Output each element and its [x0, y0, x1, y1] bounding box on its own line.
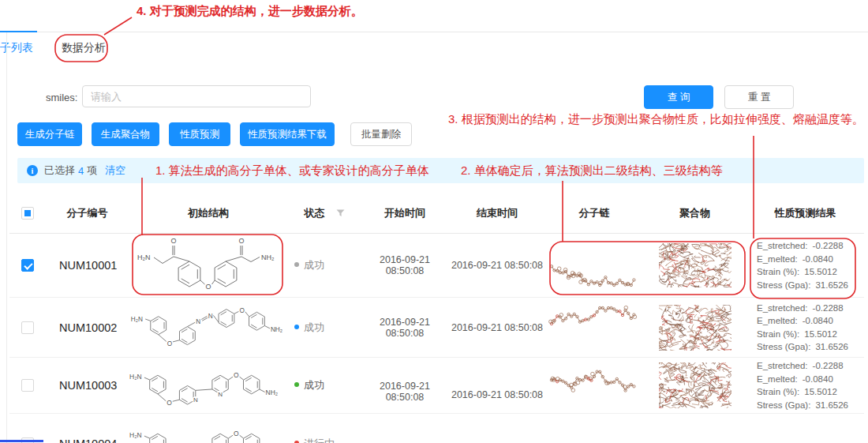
status-dot [294, 441, 299, 443]
smiles-label: smiles: [46, 92, 77, 103]
col-start-time: 开始时间 [361, 206, 449, 220]
row-checkbox[interactable] [21, 259, 34, 272]
molecule-id: NUM10002 [46, 321, 129, 334]
start-time: 2016-09-21 08:50:08 [361, 254, 449, 276]
info-icon: i [27, 165, 38, 176]
annotation-step1: 1. 算法生成的高分子单体、或专家设计的高分子单体 [155, 163, 429, 178]
property-results: E_stretched:-0.2288 E_melted:-0.0840 Str… [746, 239, 864, 291]
svg-text:N: N [196, 317, 200, 325]
end-time: 2016-09-21 08:50:08 [449, 260, 545, 271]
status-text: 成功 [304, 321, 324, 335]
tab-molecule-list[interactable]: 分子列表 [0, 41, 33, 55]
status-dot [294, 325, 299, 329]
filter-icon[interactable] [336, 209, 345, 217]
svg-text:N: N [193, 396, 198, 404]
table-row: NUM10004 H₂NONNONH₂ 进行中 [9, 414, 864, 443]
query-button[interactable]: 查 询 [644, 85, 713, 109]
row-checkbox[interactable] [21, 379, 34, 392]
status-dot [294, 382, 299, 387]
molecule-chain-image [545, 241, 643, 290]
molecule-id: NUM10004 [46, 437, 129, 443]
col-property-results: 性质预测结果 [746, 206, 864, 220]
col-end-time: 结束时间 [449, 206, 545, 220]
col-molecule-chain: 分子链 [545, 206, 643, 220]
batch-delete-button[interactable]: 批量删除 [350, 122, 412, 146]
col-polymer: 聚合物 [643, 206, 746, 220]
reset-button[interactable]: 重 置 [724, 85, 794, 109]
generate-chain-button[interactable]: 生成分子链 [17, 122, 82, 146]
generate-polymer-button[interactable]: 生成聚合物 [92, 122, 159, 146]
table-row: NUM10002 H₂NONNONH₂ 成功 2016-09-21 08:50:… [9, 298, 864, 358]
table-header: 分子编号 初始结构 状态 开始时间 结束时间 分子链 聚合物 性质预测结果 [9, 193, 864, 234]
tab-data-analysis[interactable]: 数据分析 [62, 41, 106, 55]
svg-text:H₂N: H₂N [129, 373, 142, 381]
polymer-image [643, 243, 746, 287]
svg-text:NH₂: NH₂ [261, 253, 275, 261]
status-dot [294, 262, 299, 267]
status-text: 成功 [304, 258, 324, 272]
property-results: E_stretched:-0.2288 E_melted:-0.0840 Str… [746, 302, 864, 354]
svg-text:O: O [234, 371, 239, 379]
row-checkbox[interactable] [21, 321, 34, 334]
svg-text:O: O [167, 340, 173, 347]
status-text: 成功 [304, 378, 324, 392]
property-results: E_stretched:-0.2288 E_melted:-0.0840 Str… [746, 359, 864, 411]
molecule-chain-image [545, 362, 643, 409]
status-text: 进行中 [304, 437, 335, 443]
table-row: NUM10003 H₂NONNONH₂ 成功 2016-09-21 08:50:… [9, 358, 864, 414]
polymer-image [643, 305, 746, 351]
clear-selection-link[interactable]: 清空 [105, 163, 125, 178]
panel-left-border [6, 32, 7, 443]
app-page: 分子列表 数据分析 smiles: 查 询 重 置 生成分子链 生成聚合物 性质… [0, 0, 868, 443]
col-initial-structure: 初始结构 [129, 206, 288, 220]
property-predict-button[interactable]: 性质预测 [169, 122, 230, 146]
selection-suffix: 项 [87, 163, 97, 178]
svg-text:O: O [166, 399, 172, 407]
svg-text:H₂N: H₂N [131, 315, 143, 322]
start-time: 2016-09-21 08:50:08 [361, 317, 449, 339]
initial-structure-image: H₂NONNONH₂ [129, 302, 288, 354]
molecule-chain-image [545, 303, 643, 352]
svg-text:O: O [170, 237, 176, 245]
svg-text:H₂N: H₂N [137, 253, 151, 261]
initial-structure-image: H₂NONNONH₂ [129, 359, 288, 411]
col-molecule-id: 分子编号 [46, 206, 129, 220]
annotation-step2: 2. 单体确定后，算法预测出二级结构、三级结构等 [461, 163, 723, 178]
polymer-image [643, 362, 746, 408]
svg-text:N: N [208, 313, 213, 320]
initial-structure-image: H₂NOOONH₂ [129, 237, 288, 294]
property-download-button[interactable]: 性质预测结果下载 [240, 122, 335, 146]
bottom-tab-indicator [0, 440, 43, 442]
molecule-table: 分子编号 初始结构 状态 开始时间 结束时间 分子链 聚合物 性质预测结果 NU… [9, 193, 864, 443]
svg-text:N: N [218, 391, 223, 398]
table-row: NUM10001 H₂NOOONH₂ 成功 2016-09-21 08:50:0… [9, 234, 864, 298]
select-all-checkbox[interactable] [21, 207, 34, 220]
smiles-input[interactable] [82, 85, 311, 107]
start-time: 2016-09-21 08:50:08 [361, 381, 449, 403]
svg-text:NH₂: NH₂ [266, 389, 279, 396]
molecule-id: NUM10003 [46, 379, 129, 392]
col-status: 状态 [288, 206, 361, 220]
molecule-id: NUM10001 [46, 259, 129, 272]
svg-text:NH₂: NH₂ [271, 325, 282, 332]
annotation-step3: 3. 根据预测出的结构，进一步预测出聚合物性质，比如拉伸强度、熔融温度等。 [448, 112, 864, 127]
svg-text:O: O [239, 306, 245, 313]
svg-text:O: O [238, 237, 244, 245]
end-time: 2016-09-21 08:50:08 [449, 389, 545, 400]
end-time: 2016-09-21 08:50:08 [449, 322, 545, 333]
selection-prefix: 已选择 [44, 163, 75, 178]
svg-text:O: O [234, 430, 239, 437]
selection-count: 4 [78, 165, 84, 177]
svg-text:O: O [205, 283, 211, 291]
svg-text:H₂N: H₂N [129, 431, 142, 439]
selection-bar: i 已选择 4 项 清空 [17, 158, 864, 183]
tabbar-divider [0, 32, 868, 32]
initial-structure-image: H₂NONNONH₂ [129, 418, 288, 443]
annotation-step4: 4. 对于预测完成的结构，进一步数据分析。 [137, 4, 363, 19]
